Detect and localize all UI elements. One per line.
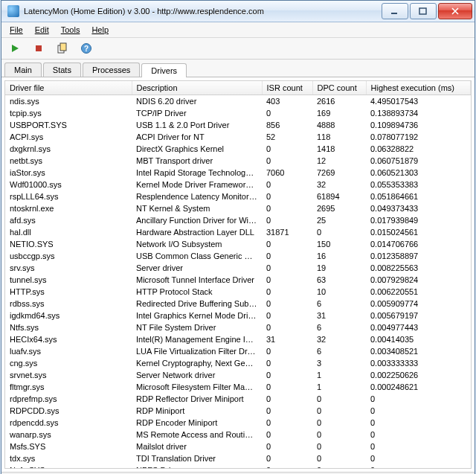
table-row[interactable]: RDPCDD.sys RDP Miniport 0 0 0 [5,405,471,417]
cell-dpc: 0 [312,405,366,417]
table-row[interactable]: srvnet.sys Server Network driver 0 1 0.0… [5,369,471,381]
stop-button[interactable] [30,39,48,57]
drivers-listview[interactable]: Driver file Description ISR count DPC co… [4,80,472,469]
cell-desc: NDIS 6.20 driver [132,95,262,108]
cell-file: cng.sys [5,357,132,369]
table-row[interactable]: rdbss.sys Redirected Drive Buffering Sub… [5,298,471,310]
cell-isr: 0 [262,179,312,190]
table-row[interactable]: ntoskrnl.exe NT Kernel & System 0 2695 0… [5,202,471,214]
cell-file: hal.dll [5,226,132,238]
cell-isr: 0 [262,286,312,298]
cell-isr: 0 [262,452,312,464]
cell-file: rdbss.sys [5,298,132,310]
table-row[interactable]: fltmgr.sys Microsoft Filesystem Filter M… [5,381,471,393]
col-driver-file[interactable]: Driver file [5,81,132,95]
table-row[interactable]: rdprefmp.sys RDP Reflector Driver Minipo… [5,393,471,405]
cell-highest: 0.060751879 [366,155,471,167]
cell-isr: 0 [262,214,312,226]
tab-strip: Main Stats Processes Drivers [1,60,475,77]
col-dpc-count[interactable]: DPC count [312,81,366,95]
table-row[interactable]: NETIO.SYS Network I/O Subsystem 0 150 0.… [5,238,471,250]
table-row[interactable]: srv.sys Server driver 0 19 0.008225563 [5,262,471,274]
cell-isr: 0 [262,405,312,417]
table-row[interactable]: HTTP.sys HTTP Protocol Stack 0 10 0.0062… [5,286,471,298]
table-row[interactable]: igdkmd64.sys Intel Graphics Kernel Mode … [5,310,471,321]
menu-file[interactable]: File [4,24,28,36]
cell-desc: Server driver [132,262,262,274]
menu-help[interactable]: Help [86,24,114,36]
cell-isr: 0 [262,345,312,357]
table-row[interactable]: ndis.sys NDIS 6.20 driver 403 2616 4.495… [5,95,471,108]
cell-highest: 0.049373433 [366,202,471,214]
cell-file: HECIx64.sys [5,333,132,345]
cell-file: NETIO.SYS [5,238,132,250]
table-row[interactable]: rspLLL64.sys Resplendence Latency Monito… [5,190,471,202]
cell-file: Wdf01000.sys [5,179,132,190]
copy-button[interactable] [54,39,71,57]
tab-stats[interactable]: Stats [43,63,81,77]
cell-file: HTTP.sys [5,286,132,298]
cell-desc: USB 1.1 & 2.0 Port Driver [132,119,262,131]
table-row[interactable]: Msfs.SYS Mailslot driver 0 0 0 [5,441,471,452]
table-row[interactable]: USBPORT.SYS USB 1.1 & 2.0 Port Driver 85… [5,119,471,131]
table-row[interactable]: wanarp.sys MS Remote Access and Routing … [5,429,471,441]
cell-isr: 403 [262,95,312,108]
tab-content: Driver file Description ISR count DPC co… [1,77,475,472]
cell-dpc: 0 [312,417,366,429]
start-button[interactable] [6,39,24,57]
col-isr-count[interactable]: ISR count [262,81,312,95]
cell-isr: 0 [262,321,312,333]
cell-dpc: 0 [312,393,366,405]
menu-edit[interactable]: Edit [30,24,54,36]
table-row[interactable]: tcpip.sys TCP/IP Driver 0 169 0.13889373… [5,107,471,119]
table-row[interactable]: HECIx64.sys Intel(R) Management Engine I… [5,333,471,345]
cell-isr: 0 [262,238,312,250]
table-row[interactable]: iaStor.sys Intel Rapid Storage Technolog… [5,167,471,179]
table-row[interactable]: ACPI.sys ACPI Driver for NT 52 118 0.078… [5,131,471,143]
tab-processes[interactable]: Processes [83,63,140,77]
cell-highest: 0 [366,452,471,464]
table-row[interactable]: usbccgp.sys USB Common Class Generic Par… [5,250,471,262]
cell-dpc: 6 [312,321,366,333]
cell-desc: RDP Miniport [132,405,262,417]
cell-isr: 31871 [262,226,312,238]
cell-dpc: 0 [312,452,366,464]
cell-file: afd.sys [5,214,132,226]
menu-tools[interactable]: Tools [56,24,86,36]
table-row[interactable]: tdx.sys TDI Translation Driver 0 0 0 [5,452,471,464]
cell-highest: 0.008225563 [366,262,471,274]
cell-isr: 0 [262,298,312,310]
close-button[interactable] [438,3,472,19]
maximize-button[interactable] [410,3,437,19]
tab-drivers[interactable]: Drivers [141,63,187,77]
table-row[interactable]: dxgkrnl.sys DirectX Graphics Kernel 0 14… [5,143,471,155]
table-row[interactable]: tunnel.sys Microsoft Tunnel Interface Dr… [5,274,471,286]
title-bar[interactable]: LatencyMon (Home Edition) v 3.00 - http:… [1,1,475,22]
cell-desc: Intel Graphics Kernel Mode Driver [132,310,262,321]
table-row[interactable]: hal.dll Hardware Abstraction Layer DLL 3… [5,226,471,238]
cell-highest: 4.495017543 [366,95,471,108]
cell-isr: 0 [262,381,312,393]
cell-highest: 0.138893734 [366,107,471,119]
cell-isr: 0 [262,250,312,262]
table-row[interactable]: Wdf01000.sys Kernel Mode Driver Framewor… [5,179,471,190]
table-row[interactable]: cng.sys Kernel Cryptography, Next Genera… [5,357,471,369]
minimize-button[interactable] [382,3,408,19]
cell-desc: MS Remote Access and Routing ARP... [132,429,262,441]
col-highest-exec[interactable]: Highest execution (ms) [366,81,471,95]
cell-highest: 0.015024561 [366,226,471,238]
cell-highest: 0.012358897 [366,250,471,262]
table-row[interactable]: afd.sys Ancillary Function Driver for Wi… [5,214,471,226]
cell-isr: 0 [262,417,312,429]
table-row[interactable]: rdpencdd.sys RDP Encoder Miniport 0 0 0 [5,417,471,429]
cell-dpc: 0 [312,464,366,469]
table-row[interactable]: Ntfs.sys NT File System Driver 0 6 0.004… [5,321,471,333]
help-button[interactable]: ? [77,39,95,57]
table-row[interactable]: Npfs.SYS NPFS Driver 0 0 0 [5,464,471,469]
cell-dpc: 2616 [312,95,366,108]
table-row[interactable]: netbt.sys MBT Transport driver 0 12 0.06… [5,155,471,167]
cell-desc: RDP Encoder Miniport [132,417,262,429]
col-description[interactable]: Description [132,81,262,95]
table-row[interactable]: luafv.sys LUA File Virtualization Filter… [5,345,471,357]
tab-main[interactable]: Main [4,63,42,77]
